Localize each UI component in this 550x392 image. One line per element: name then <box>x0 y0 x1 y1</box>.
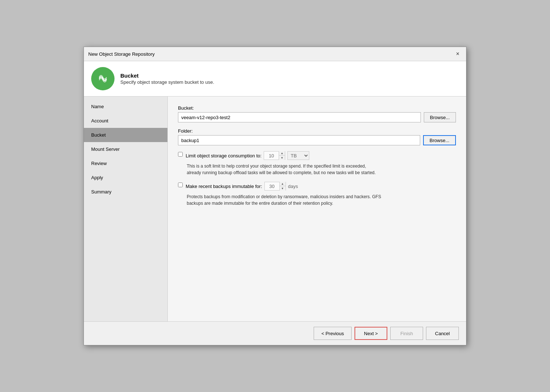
bucket-group: Bucket: Browse... <box>178 105 456 122</box>
limit-inline-options: Limit object storage consumption to: ▲ ▼… <box>186 151 309 160</box>
sidebar-item-name[interactable]: Name <box>84 99 167 114</box>
bucket-browse-button[interactable]: Browse... <box>424 112 456 122</box>
sidebar-item-review[interactable]: Review <box>84 156 167 170</box>
limit-spinbox: ▲ ▼ <box>264 151 285 160</box>
limit-option-row: Limit object storage consumption to: ▲ ▼… <box>178 151 456 160</box>
limit-hint: This is a soft limit to help control you… <box>187 163 456 176</box>
folder-label: Folder: <box>178 128 456 134</box>
limit-unit-select[interactable]: KB MB GB TB PB <box>287 151 309 160</box>
previous-button[interactable]: < Previous <box>314 327 352 340</box>
bucket-label: Bucket: <box>178 105 456 111</box>
sidebar-item-apply[interactable]: Apply <box>84 170 167 185</box>
limit-checkbox[interactable] <box>178 152 183 157</box>
sidebar-item-bucket[interactable]: Bucket <box>84 128 167 142</box>
immutable-spin-up[interactable]: ▲ <box>280 182 286 186</box>
cancel-button[interactable]: Cancel <box>426 327 459 340</box>
immutable-option-row: Make recent backups immutable for: ▲ ▼ d… <box>178 182 456 191</box>
limit-label[interactable]: Limit object storage consumption to: <box>186 153 262 158</box>
dialog: New Object Storage Repository × Bucket S… <box>84 47 466 345</box>
immutable-unit: days <box>288 184 298 189</box>
content-area: Name Account Bucket Mount Server Review … <box>84 97 466 321</box>
dialog-title: New Object Storage Repository <box>88 51 155 57</box>
immutable-spinbox-buttons: ▲ ▼ <box>279 182 286 191</box>
header-section: Bucket Specify object storage system buc… <box>84 61 466 97</box>
finish-button[interactable]: Finish <box>390 327 423 340</box>
folder-input[interactable] <box>178 135 420 145</box>
main-panel: Bucket: Browse... Folder: Browse... Limi… <box>168 97 466 321</box>
immutable-inline-options: Make recent backups immutable for: ▲ ▼ d… <box>186 182 298 191</box>
sidebar-item-mount-server[interactable]: Mount Server <box>84 142 167 156</box>
immutable-spinbox: ▲ ▼ <box>264 182 286 191</box>
immutable-spin-down[interactable]: ▼ <box>280 186 286 191</box>
logo-icon <box>91 67 115 90</box>
header-subtitle: Specify object storage system bucket to … <box>120 79 214 85</box>
bucket-input-row: Browse... <box>178 112 456 122</box>
folder-group: Folder: Browse... <box>178 128 456 145</box>
immutable-label[interactable]: Make recent backups immutable for: <box>186 184 262 189</box>
limit-spinbox-buttons: ▲ ▼ <box>279 151 285 160</box>
header-text: Bucket Specify object storage system buc… <box>120 72 214 85</box>
limit-value-input[interactable] <box>264 152 279 160</box>
bucket-input[interactable] <box>178 112 421 122</box>
limit-spin-down[interactable]: ▼ <box>279 156 285 160</box>
title-bar: New Object Storage Repository × <box>84 47 466 61</box>
footer: < Previous Next > Finish Cancel <box>84 321 466 345</box>
immutable-checkbox[interactable] <box>178 183 183 187</box>
sidebar-item-summary[interactable]: Summary <box>84 185 167 199</box>
sidebar-item-account[interactable]: Account <box>84 114 167 128</box>
header-title: Bucket <box>120 72 214 79</box>
sidebar: Name Account Bucket Mount Server Review … <box>84 97 168 321</box>
limit-spin-up[interactable]: ▲ <box>279 151 285 156</box>
folder-input-row: Browse... <box>178 135 456 145</box>
close-button[interactable]: × <box>454 50 462 58</box>
immutable-value-input[interactable] <box>265 182 279 190</box>
immutable-hint: Protects backups from modification or de… <box>187 193 456 207</box>
next-button[interactable]: Next > <box>355 327 387 340</box>
folder-browse-button[interactable]: Browse... <box>423 135 456 145</box>
